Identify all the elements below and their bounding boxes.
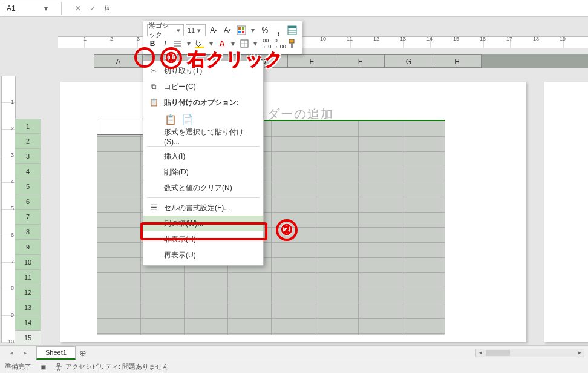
column-header-G[interactable]: G — [385, 54, 433, 68]
cancel-icon[interactable]: ✕ — [73, 4, 83, 13]
row-header-8[interactable]: 8 — [15, 225, 41, 240]
name-box-dropdown-icon[interactable]: ▾ — [33, 4, 59, 13]
svg-rect-2 — [242, 27, 244, 30]
row-header-2[interactable]: 2 — [15, 134, 41, 149]
svg-point-18 — [57, 363, 60, 366]
table-format-icon[interactable] — [286, 24, 298, 36]
font-size-select[interactable]: 11▾ — [186, 24, 206, 36]
column-header-F[interactable]: F — [336, 54, 385, 68]
menu-separator — [147, 197, 260, 198]
svg-rect-4 — [242, 31, 244, 33]
row-header-15[interactable]: 15 — [15, 331, 41, 346]
menu-unhide[interactable]: 再表示(U) — [143, 247, 263, 263]
cf-dd-icon[interactable]: ▾ — [249, 26, 257, 35]
row-header-6[interactable]: 6 — [15, 194, 41, 210]
fill-dd-icon[interactable]: ▾ — [207, 39, 215, 48]
status-bar: 準備完了 ▣ アクセシビリティ: 問題ありません — [0, 360, 588, 373]
add-sheet-button[interactable]: ⊕ — [76, 348, 90, 358]
decrease-font-icon[interactable]: A▾ — [221, 24, 234, 36]
svg-rect-16 — [289, 39, 294, 43]
status-accessibility[interactable]: アクセシビリティ: 問題ありません — [54, 362, 169, 371]
percent-icon[interactable]: % — [259, 24, 271, 36]
sheet-tab-active[interactable]: Sheet1 — [36, 346, 76, 360]
scroll-right-icon[interactable]: ▸ — [575, 349, 584, 357]
sheet-nav[interactable]: ◂▸ — [0, 349, 36, 356]
active-cell[interactable] — [97, 120, 145, 135]
scroll-thumb[interactable] — [486, 350, 510, 356]
copy-icon: ⧉ — [148, 82, 159, 91]
border-dd-icon[interactable]: ▾ — [252, 39, 260, 48]
row-header-10[interactable]: 10 — [15, 255, 41, 270]
vertical-ruler: 1234567891011 — [1, 76, 16, 343]
menu-delete[interactable]: 削除(D) — [143, 164, 263, 180]
paste-option-default-icon[interactable]: 📋 — [164, 113, 177, 126]
name-box-value: A1 — [7, 4, 33, 13]
formula-bar: A1 ▾ ✕ ✓ fx — [0, 0, 588, 17]
menu-copy[interactable]: ⧉コピー(C) — [143, 79, 263, 94]
fontcolor-dd-icon[interactable]: ▾ — [229, 39, 237, 48]
annotation-label-1: 右クリック — [188, 47, 284, 72]
row-header-3[interactable]: 3 — [15, 149, 41, 164]
row-header-9[interactable]: 9 — [15, 240, 41, 255]
horizontal-scrollbar[interactable]: ◂ ▸ — [475, 349, 584, 357]
fx-icon[interactable]: fx — [102, 4, 113, 13]
accessibility-icon — [54, 363, 63, 371]
menu-paste-options: 📋 📄 — [143, 110, 263, 128]
svg-rect-6 — [288, 26, 296, 28]
status-ready: 準備完了 — [5, 362, 31, 371]
name-box[interactable]: A1 ▾ — [4, 2, 62, 15]
svg-rect-1 — [238, 27, 241, 30]
row-header-5[interactable]: 5 — [15, 179, 41, 194]
horizontal-ruler: 12345678910111213141516171819 — [58, 36, 588, 48]
row-header-14[interactable]: 14 — [15, 315, 41, 331]
menu-paste-special[interactable]: 形式を選択して貼り付け(S)... — [143, 128, 263, 144]
paste-icon: 📋 — [148, 98, 159, 107]
annotation-highlight-box — [140, 222, 267, 240]
conditional-format-icon[interactable] — [235, 24, 247, 36]
row-headers[interactable]: 123456789101112131415 — [15, 119, 41, 346]
increase-font-icon[interactable]: A▴ — [207, 24, 220, 36]
column-header-H[interactable]: H — [433, 54, 482, 68]
paste-option-values-icon[interactable]: 📄 — [181, 113, 194, 126]
annotation-circle — [134, 47, 155, 68]
menu-clear[interactable]: 数式と値のクリア(N) — [143, 180, 263, 196]
menu-paste-options-label: 📋貼り付けのオプション: — [143, 94, 263, 110]
format-painter-icon[interactable] — [287, 38, 298, 50]
align-dd-icon[interactable]: ▾ — [185, 39, 193, 48]
row-header-4[interactable]: 4 — [15, 164, 41, 179]
menu-format-cells[interactable]: ☰セルの書式設定(F)... — [143, 200, 263, 216]
column-header-E[interactable]: E — [288, 54, 336, 68]
enter-icon[interactable]: ✓ — [87, 4, 98, 13]
comma-icon[interactable]: , — [273, 24, 285, 36]
scroll-left-icon[interactable]: ◂ — [476, 349, 485, 357]
worksheet-page: ッダーの追加 — [60, 82, 526, 342]
menu-insert[interactable]: 挿入(I) — [143, 148, 263, 164]
sheet-tab-bar: ◂▸ Sheet1 ⊕ ◂ ▸ — [0, 345, 588, 360]
row-header-1[interactable]: 1 — [15, 119, 41, 134]
row-header-11[interactable]: 11 — [15, 270, 41, 285]
font-family-select[interactable]: 游ゴシック▾ — [147, 24, 184, 36]
row-header-7[interactable]: 7 — [15, 210, 41, 225]
row-header-12[interactable]: 12 — [15, 285, 41, 300]
worksheet-page-next — [544, 82, 588, 342]
annotation-number-1: ① — [160, 47, 182, 69]
cut-icon: ✂ — [148, 67, 159, 75]
macro-record-icon[interactable]: ▣ — [40, 363, 46, 371]
menu-separator — [147, 146, 260, 147]
row-header-13[interactable]: 13 — [15, 300, 41, 315]
svg-rect-17 — [291, 43, 293, 48]
svg-rect-3 — [238, 31, 241, 33]
annotation-number-2: ② — [276, 219, 298, 241]
format-cells-icon: ☰ — [148, 203, 159, 212]
